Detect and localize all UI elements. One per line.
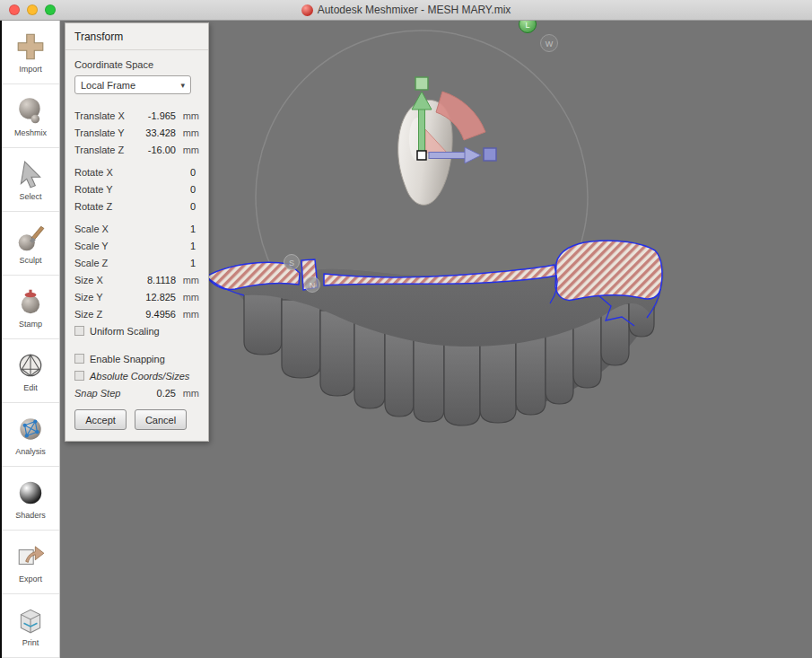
window-title-area: Autodesk Meshmixer - MESH MARY.mix [0, 0, 812, 20]
scale-y-label: Scale Y [74, 241, 129, 251]
sidebar-item-label: Analysis [15, 447, 46, 456]
uniform-scaling-row[interactable]: Uniform Scaling [73, 322, 201, 339]
translate-y-unit: mm [176, 127, 199, 138]
sidebar-item-export[interactable]: Export [2, 531, 59, 594]
scale-y-handle[interactable] [415, 77, 428, 90]
size-z-field[interactable]: 9.4956 [131, 309, 176, 320]
rotate-y-label: Rotate Y [74, 184, 129, 195]
badge-s[interactable]: S [284, 255, 300, 270]
sidebar-item-select[interactable]: Select [2, 148, 59, 212]
app-icon [301, 4, 313, 16]
select-cursor-icon [15, 159, 46, 189]
enable-snapping-checkbox[interactable] [74, 354, 84, 364]
translate-z-field[interactable]: -16.00 [131, 145, 176, 155]
sidebar-item-label: Stamp [19, 320, 42, 329]
sidebar-item-label: Import [19, 65, 42, 74]
scale-y-field[interactable]: 1 [129, 241, 196, 251]
size-z-unit: mm [176, 309, 199, 320]
gizmo-origin[interactable] [417, 151, 426, 160]
size-y-field[interactable]: 12.825 [131, 292, 176, 303]
sidebar-item-print[interactable]: Print [2, 594, 59, 658]
sidebar-item-label: Shaders [15, 511, 46, 520]
meshmix-sphere-icon [15, 95, 46, 126]
import-plus-icon [15, 31, 46, 62]
coordinate-space-value: Local Frame [81, 80, 135, 91]
svg-text:N: N [310, 281, 316, 290]
viewport-3d[interactable]: S N [60, 21, 812, 658]
scale-z-label: Scale Z [74, 258, 129, 268]
absolute-coords-row[interactable]: Absolute Coords/Sizes [73, 367, 201, 384]
analysis-network-icon [15, 414, 46, 444]
translate-z-label: Translate Z [74, 145, 131, 155]
uniform-scaling-label: Uniform Scaling [90, 326, 160, 337]
svg-text:W: W [546, 39, 554, 48]
transform-row: Scale Y 1 [73, 237, 201, 254]
print-printer-icon [15, 605, 46, 636]
absolute-coords-checkbox[interactable] [74, 371, 84, 381]
window-title: Autodesk Meshmixer - MESH MARY.mix [318, 4, 511, 16]
enable-snapping-row[interactable]: Enable Snapping [73, 350, 201, 367]
scale-x-field[interactable]: 1 [129, 224, 196, 234]
titlebar: Autodesk Meshmixer - MESH MARY.mix [0, 0, 812, 21]
window-controls [0, 4, 56, 15]
transform-row: Size Y 12.825 mm [73, 288, 201, 305]
sidebar-item-stamp[interactable]: Stamp [2, 276, 59, 339]
size-y-unit: mm [176, 292, 199, 303]
size-x-field[interactable]: 8.1118 [131, 275, 176, 285]
scale-x-handle[interactable] [484, 148, 496, 161]
chevron-down-icon: ▾ [180, 81, 185, 90]
sidebar-item-import[interactable]: Import [2, 21, 59, 84]
shaders-sphere-icon [15, 478, 46, 508]
cancel-button[interactable]: Cancel [135, 409, 187, 430]
rotate-z-field[interactable]: 0 [129, 201, 196, 212]
size-z-label: Size Z [74, 309, 131, 320]
rotate-x-field[interactable]: 0 [129, 167, 196, 178]
zoom-button[interactable] [45, 4, 56, 15]
sidebar-item-analysis[interactable]: Analysis [2, 403, 59, 467]
minimize-button[interactable] [27, 4, 38, 15]
rotate-z-label: Rotate Z [74, 201, 129, 212]
accept-button[interactable]: Accept [74, 409, 127, 430]
close-button[interactable] [9, 4, 20, 15]
uniform-scaling-checkbox[interactable] [74, 326, 84, 336]
translate-y-field[interactable]: 33.428 [131, 127, 176, 138]
denture-model[interactable]: S N [206, 240, 664, 426]
sidebar-item-sculpt[interactable]: Sculpt [2, 212, 59, 276]
sidebar-item-label: Sculpt [19, 256, 41, 265]
sidebar-item-label: Print [22, 638, 39, 647]
scale-z-field[interactable]: 1 [129, 258, 196, 268]
transform-row: Rotate Z 0 [73, 197, 201, 215]
translate-z-unit: mm [176, 145, 199, 155]
sidebar-item-edit[interactable]: Edit [2, 339, 59, 403]
badge-l[interactable]: L [520, 21, 537, 33]
sidebar-item-shaders[interactable]: Shaders [2, 467, 59, 531]
sidebar-item-label: Select [19, 192, 41, 201]
coordinate-space-select[interactable]: Local Frame ▾ [74, 75, 191, 94]
translate-x-unit: mm [176, 110, 199, 121]
absolute-coords-label: Absolute Coords/Sizes [90, 371, 189, 382]
enable-snapping-label: Enable Snapping [90, 354, 165, 364]
size-x-unit: mm [176, 275, 199, 285]
badge-n[interactable]: N [305, 277, 320, 293]
snap-step-label: Snap Step [74, 388, 131, 399]
snap-step-unit: mm [176, 388, 199, 399]
size-x-label: Size X [74, 275, 131, 285]
tool-sidebar: Import Meshmix Select Sculpt [2, 21, 60, 658]
transform-row: Size Z 9.4956 mm [73, 305, 201, 322]
transform-gizmo[interactable] [412, 77, 496, 163]
transform-row: Scale X 1 [73, 220, 201, 237]
rotate-x-label: Rotate X [74, 167, 129, 178]
snap-step-field[interactable]: 0.25 [131, 388, 176, 399]
rotate-y-field[interactable]: 0 [129, 184, 196, 195]
translate-x-field[interactable]: -1.965 [131, 110, 176, 121]
transform-row: Rotate Y 0 [73, 180, 201, 197]
panel-title: Transform [65, 23, 208, 50]
scale-x-label: Scale X [74, 224, 129, 234]
svg-text:L: L [525, 21, 529, 30]
badge-w[interactable]: W [541, 35, 558, 52]
sidebar-item-meshmix[interactable]: Meshmix [2, 84, 59, 148]
transform-row: Translate Y 33.428 mm [73, 124, 201, 141]
stamp-sphere-icon [15, 286, 46, 317]
snap-step-row: Snap Step 0.25 mm [73, 384, 201, 401]
size-y-label: Size Y [74, 292, 131, 303]
